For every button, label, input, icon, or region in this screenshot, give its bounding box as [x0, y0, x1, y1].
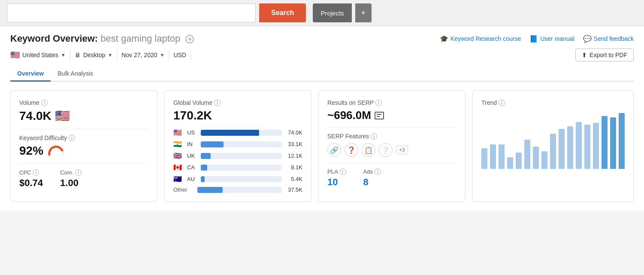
tab-overview[interactable]: Overview	[10, 67, 51, 82]
trend-bar	[576, 122, 582, 169]
feature-question-icon[interactable]: ❓	[345, 143, 358, 157]
kd-info-icon[interactable]: i	[69, 135, 75, 141]
device-chevron-icon: ▼	[108, 52, 112, 58]
header-row: Keyword Overview: best gaming laptop + 🎓…	[10, 33, 634, 44]
country-bar-fill	[201, 165, 207, 171]
serp-card: Results on SERP i ~696.0M SERP Features …	[318, 90, 466, 202]
feature-faq-icon[interactable]: ❔	[379, 143, 393, 157]
country-num: 33.1K	[285, 141, 302, 147]
plus-button[interactable]: +	[355, 3, 372, 22]
serp-features-label: SERP Features i	[327, 133, 457, 140]
other-bar-fill	[197, 187, 223, 193]
kd-arc-chart	[48, 146, 65, 156]
volume-info-icon[interactable]: i	[41, 100, 48, 106]
trend-bar	[550, 134, 556, 169]
serp-info-icon[interactable]: i	[375, 100, 382, 106]
com-info-icon[interactable]: i	[75, 169, 82, 176]
country-flag-icon: 🇮🇳	[173, 140, 184, 148]
volume-card: Volume i 74.0K 🇺🇸 Keyword Difficulty i 9…	[10, 90, 157, 202]
tab-bulk-analysis[interactable]: Bulk Analysis	[51, 67, 100, 82]
export-pdf-button[interactable]: ⬆ Export to PDF	[575, 49, 634, 61]
search-button[interactable]: Search	[259, 3, 306, 22]
keyword-text: best gaming laptop	[100, 33, 180, 44]
country-row: 🇮🇳 IN 33.1K	[173, 140, 302, 148]
country-bar-fill	[201, 141, 224, 147]
pla-ads-row: PLA i 10 Ads i 8	[327, 168, 457, 188]
country-code: AU	[187, 176, 197, 182]
trend-bar	[584, 125, 590, 169]
feature-list-icon[interactable]: 📋	[362, 143, 375, 157]
filter-left: 🇺🇸 United States ▼ 🖥 Desktop ▼ Nov 27, 2…	[10, 49, 191, 61]
country-bar-bg	[201, 153, 282, 159]
cpc-info-icon[interactable]: i	[33, 169, 39, 176]
other-bar-bg	[197, 187, 282, 193]
country-num: 5.4K	[285, 176, 302, 182]
trend-card: Trend i	[472, 90, 634, 202]
trend-bar	[499, 144, 505, 169]
country-filter[interactable]: 🇺🇸 United States ▼	[10, 49, 70, 61]
kd-value: 92%	[19, 144, 148, 158]
serp-icon	[375, 112, 384, 119]
other-row: Other 37.5K	[173, 186, 302, 193]
trend-bar	[602, 116, 608, 169]
country-code: IN	[187, 141, 197, 147]
feature-link-icon[interactable]: 🔗	[327, 143, 341, 157]
pla-info-icon[interactable]: i	[340, 168, 346, 175]
filter-row: 🇺🇸 United States ▼ 🖥 Desktop ▼ Nov 27, 2…	[10, 49, 634, 61]
country-row: 🇦🇺 AU 5.4K	[173, 175, 302, 183]
trend-bar	[516, 153, 522, 169]
projects-button[interactable]: Projects	[313, 3, 351, 22]
add-keyword-icon[interactable]: +	[185, 35, 194, 43]
cpc-com-row: CPC i $0.74 Com. i 1.00	[19, 169, 148, 189]
country-bar-fill	[201, 130, 259, 136]
serp-features-info-icon[interactable]: i	[371, 133, 377, 140]
global-volume-label: Global Volume i	[173, 99, 302, 106]
ads-group: Ads i 8	[363, 168, 381, 188]
feature-icons: 🔗 ❓ 📋 ❔ +3	[327, 143, 457, 157]
other-label: Other	[173, 186, 194, 193]
course-link[interactable]: 🎓 Keyword Research course	[440, 35, 521, 43]
trend-bar	[524, 140, 530, 169]
trend-bar	[481, 148, 487, 169]
global-volume-card: Global Volume i 170.2K 🇺🇸 US 74.0K 🇮🇳 IN…	[164, 90, 311, 202]
volume-flag-icon: 🇺🇸	[55, 109, 70, 123]
trend-bar	[593, 123, 599, 169]
trend-bar	[541, 151, 547, 169]
pla-group: PLA i 10	[327, 168, 346, 188]
top-bar: best gaming laptop Search Projects +	[0, 0, 644, 26]
feedback-icon: 💬	[583, 35, 592, 43]
volume-value: 74.0K 🇺🇸	[19, 109, 148, 123]
country-bar-fill	[201, 153, 211, 159]
feedback-link[interactable]: 💬 Send feedback	[583, 35, 634, 43]
country-bar-bg	[201, 141, 282, 147]
export-icon: ⬆	[582, 52, 587, 58]
date-chevron-icon: ▼	[160, 52, 165, 58]
trend-label: Trend i	[481, 99, 625, 106]
country-chevron-icon: ▼	[61, 52, 66, 58]
country-flag-icon: 🇨🇦	[173, 163, 184, 171]
cpc-group: CPC i $0.74	[19, 169, 43, 189]
device-filter[interactable]: 🖥 Desktop ▼	[70, 50, 117, 60]
serp-value: ~696.0M	[327, 109, 457, 122]
trend-info-icon[interactable]: i	[499, 100, 505, 106]
manual-link[interactable]: 📘 User manual	[529, 35, 574, 43]
currency-filter: USD	[169, 50, 191, 60]
date-filter[interactable]: Nov 27, 2020 ▼	[117, 50, 169, 60]
country-bar-bg	[201, 176, 282, 182]
country-bars: 🇺🇸 US 74.0K 🇮🇳 IN 33.1K 🇬🇧 UK 12.1K 🇨🇦 C…	[173, 128, 302, 183]
tabs-bar: Overview Bulk Analysis	[10, 67, 634, 82]
trend-bar	[533, 147, 539, 169]
more-features-badge[interactable]: +3	[396, 146, 408, 154]
country-row: 🇨🇦 CA 8.1K	[173, 163, 302, 171]
country-num: 8.1K	[285, 164, 302, 171]
country-row: 🇺🇸 US 74.0K	[173, 128, 302, 137]
com-value: 1.00	[60, 177, 82, 189]
trend-bar	[619, 113, 625, 169]
country-bar-bg	[201, 130, 282, 136]
search-input[interactable]: best gaming laptop	[7, 3, 256, 22]
country-code: UK	[187, 153, 197, 159]
ads-info-icon[interactable]: i	[375, 168, 381, 175]
serp-label: Results on SERP i	[327, 99, 457, 106]
header-links: 🎓 Keyword Research course 📘 User manual …	[440, 35, 634, 43]
global-volume-info-icon[interactable]: i	[214, 100, 221, 106]
